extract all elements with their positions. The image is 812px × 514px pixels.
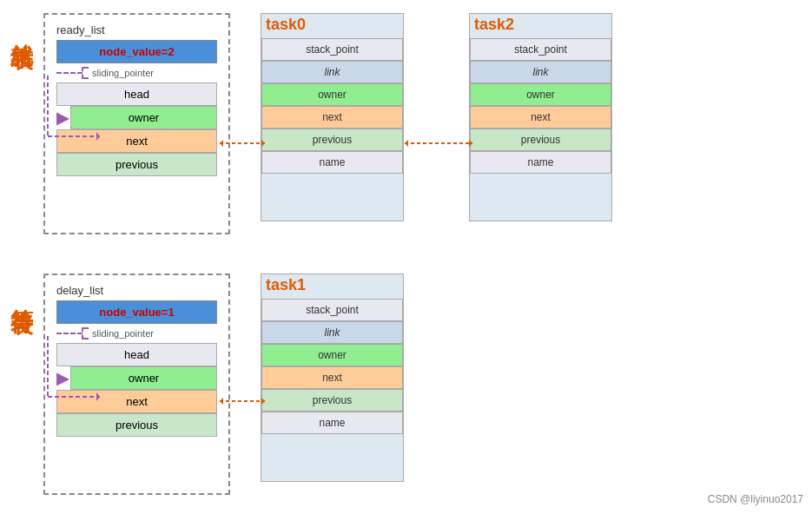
task2-stack-point: stack_point — [470, 38, 611, 61]
arrow-delay-to-task1 — [220, 392, 265, 410]
delay-list-node-value: node_value=1 — [56, 300, 217, 324]
task0-box: task0 stack_point link owner next previo… — [261, 13, 404, 221]
ready-list-label: 就绪表 — [7, 26, 37, 130]
svg-marker-14 — [96, 392, 100, 401]
task0-title: task0 — [261, 14, 403, 38]
task0-previous: previous — [261, 128, 403, 151]
task2-name: name — [470, 151, 611, 174]
task1-name: name — [261, 412, 403, 434]
task2-title: task2 — [470, 14, 611, 38]
task2-box: task2 stack_point link owner next previo… — [469, 13, 612, 221]
arrow-ready-to-task0 — [220, 135, 265, 152]
task1-next: next — [261, 366, 403, 389]
task1-owner: owner — [261, 344, 403, 366]
delay-list-label: 等待表 — [7, 291, 37, 395]
task1-link: link — [261, 321, 403, 344]
ready-list-title: ready_list — [56, 22, 217, 40]
ready-list-previous: previous — [56, 153, 217, 176]
task2-next: next — [470, 106, 611, 128]
task1-box: task1 stack_point link owner next previo… — [261, 273, 404, 482]
svg-marker-8 — [96, 132, 100, 141]
task0-owner: owner — [261, 83, 403, 106]
delay-list-sliding-pointer-arrow — [43, 332, 104, 401]
svg-marker-1 — [220, 140, 223, 147]
task0-name: name — [261, 151, 403, 174]
main-container: 就绪表 ready_list node_value=2 sliding_poin… — [0, 0, 812, 514]
task0-next: next — [261, 106, 403, 128]
arrow-task0-to-task2 — [405, 135, 472, 152]
ready-list-sliding-pointer-arrow — [43, 71, 104, 141]
task1-previous: previous — [261, 389, 403, 412]
ready-list-node-value: node_value=2 — [56, 40, 217, 63]
task2-previous: previous — [470, 128, 611, 151]
csdn-watermark: CSDN @liyinuo2017 — [708, 493, 803, 505]
task0-link: link — [261, 61, 403, 83]
task2-link: link — [470, 61, 611, 83]
task2-owner: owner — [470, 83, 611, 106]
svg-marker-10 — [220, 398, 223, 405]
svg-marker-2 — [261, 140, 265, 147]
svg-marker-11 — [261, 398, 265, 405]
task1-title: task1 — [261, 274, 403, 299]
delay-list-title: delay_list — [56, 282, 217, 300]
task0-stack-point: stack_point — [261, 38, 403, 61]
delay-list-previous: previous — [56, 413, 217, 437]
svg-marker-5 — [469, 140, 472, 147]
task1-stack-point: stack_point — [261, 299, 403, 321]
svg-marker-4 — [405, 140, 408, 147]
